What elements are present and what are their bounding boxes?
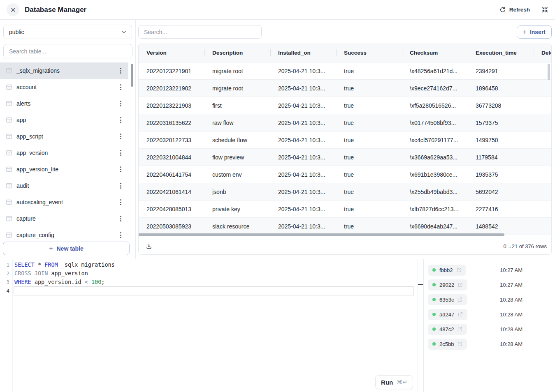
history-row: fbbb210:27 AM (424, 263, 555, 277)
cell-version: 20220406141754 (139, 166, 204, 183)
table-row[interactable]: 20220123221902migrate root2025-04-21 10:… (139, 80, 552, 97)
history-entry-button[interactable]: 6353c (428, 294, 467, 305)
collapse-button[interactable] (541, 6, 548, 13)
plus-icon: + (523, 29, 527, 35)
refresh-icon (499, 7, 506, 13)
history-entry-button[interactable]: fbbb2 (428, 265, 466, 276)
table-row[interactable]: 20220503085923slack resource2025-04-21 1… (139, 218, 552, 235)
table-row[interactable]: 20220320122733schedule flow2025-04-21 10… (139, 131, 552, 149)
table-icon (6, 84, 12, 90)
open-external-icon[interactable] (457, 341, 462, 346)
sidebar-item-alerts[interactable]: alerts (0, 95, 128, 112)
open-query-button[interactable] (457, 327, 462, 332)
column-header-execution_time[interactable]: Execution_time (468, 43, 534, 62)
table-icon (6, 232, 12, 238)
sidebar-item-_sqlx_migrations[interactable]: _sqlx_migrations (0, 62, 128, 79)
open-external-icon[interactable] (457, 327, 462, 332)
column-header-success[interactable]: Success (336, 43, 402, 62)
column-header-installed_on[interactable]: Installed_on (270, 43, 336, 62)
vertical-scrollbar[interactable] (548, 64, 550, 80)
close-button[interactable] (7, 3, 19, 16)
sidebar-item-capture[interactable]: capture (0, 210, 128, 227)
column-header-version[interactable]: Version (139, 43, 204, 62)
sidebar-item-app_script[interactable]: app_script (0, 128, 128, 145)
sidebar-scrollbar[interactable] (131, 64, 133, 87)
gutter-divider (12, 259, 13, 392)
table-menu-button[interactable] (118, 214, 123, 223)
history-entry-button[interactable]: 487c2 (428, 324, 467, 335)
column-header-deleted[interactable]: Deleted (534, 43, 552, 62)
new-table-button[interactable]: + New table (3, 242, 130, 255)
table-search-input[interactable] (3, 44, 132, 58)
open-query-button[interactable] (457, 297, 462, 302)
open-query-button[interactable] (458, 282, 463, 287)
code-line: 2CROSS JOIN app_version (0, 269, 418, 278)
refresh-button[interactable]: Refresh (499, 7, 530, 13)
cell-success: true (336, 218, 402, 235)
code-text: CROSS JOIN app_version (14, 269, 88, 278)
schema-select[interactable]: public (3, 25, 132, 39)
table-name-label: capture_config (16, 232, 114, 238)
horizontal-scrollbar[interactable] (139, 233, 504, 236)
cell-success: true (336, 62, 402, 79)
table-menu-button[interactable] (118, 115, 123, 125)
open-query-button[interactable] (457, 267, 462, 272)
cell-checksum: \x48256a61d21d... (402, 62, 468, 79)
history-entry-button[interactable]: ad247 (428, 309, 467, 320)
download-button[interactable] (146, 243, 152, 250)
table-menu-button[interactable] (118, 99, 123, 108)
rows-search-input[interactable] (138, 25, 262, 39)
table-row[interactable]: 20220428085013private key2025-04-21 10:3… (139, 201, 552, 218)
table-menu-button[interactable] (118, 148, 123, 157)
open-external-icon[interactable] (458, 282, 463, 287)
query-timestamp: 10:28 AM (500, 311, 522, 318)
status-dot-icon (432, 283, 436, 286)
table-row[interactable]: 20220321004844flow preview2025-04-21 10:… (139, 149, 552, 166)
sidebar-item-account[interactable]: account (0, 79, 128, 95)
column-header-checksum[interactable]: Checksum (402, 43, 468, 62)
pane-resizer-handle[interactable] (418, 284, 423, 285)
refresh-label: Refresh (509, 7, 530, 13)
sidebar-item-audit[interactable]: audit (0, 178, 128, 194)
data-panel: + Insert VersionDescriptionInstalled_onS… (136, 20, 555, 259)
sql-editor[interactable]: 1SELECT * FROM _sqlx_migrations2CROSS JO… (0, 259, 418, 392)
table-menu-button[interactable] (118, 181, 123, 190)
sidebar-item-app_version_lite[interactable]: app_version_lite (0, 161, 128, 178)
status-dot-icon (432, 342, 436, 346)
table-menu-button[interactable] (118, 83, 123, 92)
table-menu-button[interactable] (118, 66, 123, 75)
line-number: 2 (0, 269, 12, 278)
column-header-description[interactable]: Description (204, 43, 270, 62)
table-menu-button[interactable] (118, 198, 123, 207)
table-row[interactable]: 20220421061414jsonb2025-04-21 10:3...tru… (139, 183, 552, 201)
query-id-label: 487c2 (439, 326, 454, 332)
cell-deleted (534, 114, 552, 131)
sidebar-item-capture_config[interactable]: capture_config (0, 227, 128, 240)
sidebar-item-app_version[interactable]: app_version (0, 145, 128, 161)
table-menu-button[interactable] (118, 231, 123, 240)
open-external-icon[interactable] (457, 267, 462, 272)
table-icon (6, 215, 12, 222)
table-row[interactable]: 20220123221901migrate root2025-04-21 10:… (139, 62, 552, 80)
open-query-button[interactable] (458, 312, 463, 317)
cell-checksum: \x255db49babd3... (402, 183, 468, 200)
sidebar-item-app[interactable]: app (0, 112, 128, 128)
table-row[interactable]: 20220123221903first2025-04-21 10:3...tru… (139, 97, 552, 114)
table-row[interactable]: 20220316135622raw flow2025-04-21 10:3...… (139, 114, 552, 131)
sql-token: * (35, 261, 44, 268)
table-icon (6, 150, 12, 156)
table-menu-button[interactable] (118, 132, 123, 141)
insert-button[interactable]: + Insert (517, 25, 552, 39)
table-row[interactable]: 20220406141754custom env2025-04-21 10:3.… (139, 166, 552, 183)
run-button[interactable]: Run ⌘↵ (375, 375, 413, 389)
history-entry-button[interactable]: 2c5bb (428, 339, 467, 350)
open-external-icon[interactable] (458, 312, 463, 317)
history-entry-button[interactable]: 29022 (428, 279, 467, 291)
open-query-button[interactable] (457, 341, 462, 346)
open-external-icon[interactable] (457, 297, 462, 302)
sidebar-item-autoscaling_event[interactable]: autoscaling_event (0, 194, 128, 210)
query-id-label: 29022 (439, 282, 454, 288)
cell-execution_time: 1499750 (468, 131, 534, 148)
table-menu-button[interactable] (118, 165, 123, 174)
query-timestamp: 10:28 AM (500, 326, 522, 332)
